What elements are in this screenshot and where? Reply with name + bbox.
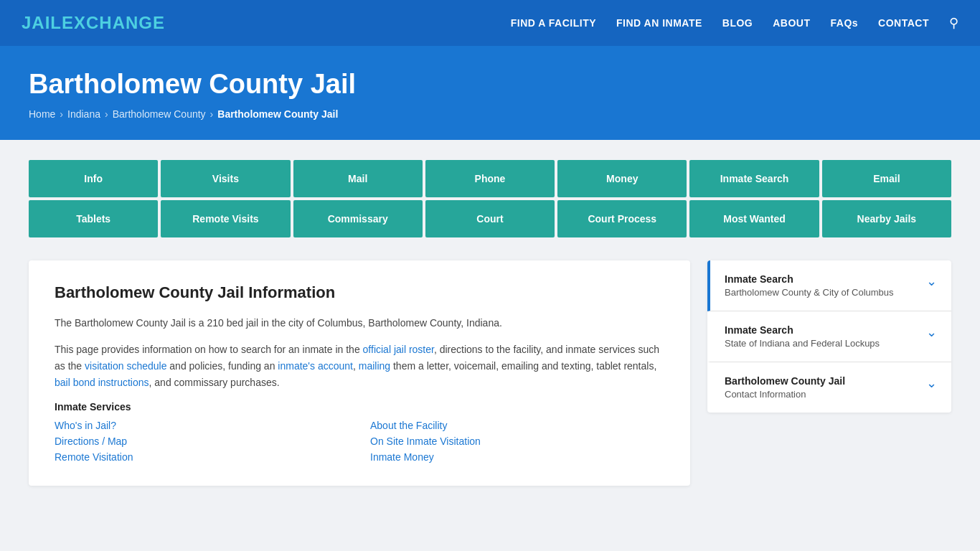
breadcrumb-county[interactable]: Bartholomew County [113, 108, 206, 120]
tab-court-process[interactable]: Court Process [557, 200, 687, 237]
service-on-site-visitation[interactable]: On Site Inmate Visitation [370, 435, 664, 447]
logo-jail: JAIL [22, 13, 62, 32]
link-inmate-account[interactable]: inmate's account [278, 360, 353, 372]
right-item-inmate-search-county[interactable]: Inmate Search Bartholomew County & City … [707, 260, 951, 311]
info-panel: Bartholomew County Jail Information The … [29, 260, 690, 486]
tab-money[interactable]: Money [557, 160, 687, 197]
inmate-services: Inmate Services Who's in Jail? About the… [55, 401, 664, 463]
breadcrumb-current: Bartholomew County Jail [217, 108, 338, 120]
service-about-facility[interactable]: About the Facility [370, 420, 664, 431]
info-heading: Bartholomew County Jail Information [55, 283, 664, 302]
breadcrumb-sep-2: › [105, 108, 108, 120]
breadcrumb: Home › Indiana › Bartholomew County › Ba… [29, 108, 951, 120]
chevron-down-icon-3: ⌄ [926, 375, 937, 391]
tab-phone[interactable]: Phone [425, 160, 555, 197]
para2-mid2: and policies, funding an [166, 360, 278, 372]
tab-email[interactable]: Email [822, 160, 951, 197]
right-item-subtitle-2: State of Indiana and Federal Lockups [725, 338, 880, 349]
right-item-subtitle-1: Bartholomew County & City of Columbus [725, 287, 894, 298]
tab-nearby-jails[interactable]: Nearby Jails [822, 200, 951, 237]
chevron-down-icon-1: ⌄ [926, 273, 937, 289]
tab-remote-visits[interactable]: Remote Visits [161, 200, 290, 237]
tab-info[interactable]: Info [29, 160, 158, 197]
tab-mail[interactable]: Mail [293, 160, 423, 197]
tab-inmate-search[interactable]: Inmate Search [689, 160, 819, 197]
para2-sep1: , [353, 360, 359, 372]
link-bail-bond[interactable]: bail bond instructions [55, 377, 149, 388]
right-item-inmate-search-state[interactable]: Inmate Search State of Indiana and Feder… [707, 311, 951, 362]
link-mailing[interactable]: mailing [359, 360, 390, 372]
link-jail-roster[interactable]: official jail roster [363, 344, 434, 355]
services-list: Who's in Jail? About the Facility Direct… [55, 420, 664, 463]
para2-tail2: , and commissary purchases. [149, 377, 280, 388]
tab-commissary[interactable]: Commissary [293, 200, 423, 237]
nav-find-facility[interactable]: FIND A FACILITY [511, 17, 596, 29]
info-para-1: The Bartholomew County Jail is a 210 bed… [55, 315, 664, 331]
right-item-title-3: Bartholomew County Jail [725, 375, 845, 387]
nav-about[interactable]: ABOUT [773, 17, 810, 29]
nav-find-inmate[interactable]: FIND AN INMATE [616, 17, 702, 29]
link-visitation-schedule[interactable]: visitation schedule [85, 360, 166, 372]
tab-visits[interactable]: Visits [161, 160, 290, 197]
hero-banner: Bartholomew County Jail Home › Indiana ›… [0, 46, 980, 140]
nav-faqs[interactable]: FAQs [831, 17, 859, 29]
main-content: Bartholomew County Jail Information The … [0, 240, 980, 506]
para2-tail: them a letter, voicemail, emailing and t… [390, 360, 656, 372]
tab-tablets[interactable]: Tablets [29, 200, 158, 237]
tabs-row-1: Info Visits Mail Phone Money Inmate Sear… [29, 160, 951, 197]
para2-before: This page provides information on how to… [55, 344, 363, 355]
site-logo[interactable]: JAILEXCHANGE [22, 13, 165, 33]
service-remote-visitation[interactable]: Remote Visitation [55, 451, 349, 463]
right-item-subtitle-3: Contact Information [725, 389, 845, 400]
chevron-down-icon-2: ⌄ [926, 324, 937, 340]
right-panel: Inmate Search Bartholomew County & City … [707, 260, 951, 413]
service-directions[interactable]: Directions / Map [55, 435, 349, 447]
tabs-row-2: Tablets Remote Visits Commissary Court C… [29, 200, 951, 237]
breadcrumb-sep-1: › [60, 108, 63, 120]
logo-exchange: EXCHANGE [62, 13, 165, 32]
services-heading: Inmate Services [55, 401, 664, 413]
main-nav: FIND A FACILITY FIND AN INMATE BLOG ABOU… [511, 15, 958, 31]
breadcrumb-sep-3: › [210, 108, 214, 120]
nav-blog[interactable]: BLOG [722, 17, 753, 29]
tab-most-wanted[interactable]: Most Wanted [689, 200, 819, 237]
tab-court[interactable]: Court [425, 200, 555, 237]
service-whos-in-jail[interactable]: Who's in Jail? [55, 420, 349, 431]
right-item-title-1: Inmate Search [725, 273, 894, 285]
info-para-2: This page provides information on how to… [55, 342, 664, 391]
nav-contact[interactable]: CONTACT [878, 17, 929, 29]
right-item-title-2: Inmate Search [725, 324, 880, 336]
search-icon-button[interactable]: ⚲ [949, 15, 958, 31]
breadcrumb-home[interactable]: Home [29, 108, 55, 120]
page-title: Bartholomew County Jail [29, 69, 951, 100]
breadcrumb-indiana[interactable]: Indiana [67, 108, 100, 120]
service-inmate-money[interactable]: Inmate Money [370, 451, 664, 463]
site-header: JAILEXCHANGE FIND A FACILITY FIND AN INM… [0, 0, 980, 46]
tabs-section: Info Visits Mail Phone Money Inmate Sear… [0, 140, 980, 237]
right-item-contact-info[interactable]: Bartholomew County Jail Contact Informat… [707, 362, 951, 413]
